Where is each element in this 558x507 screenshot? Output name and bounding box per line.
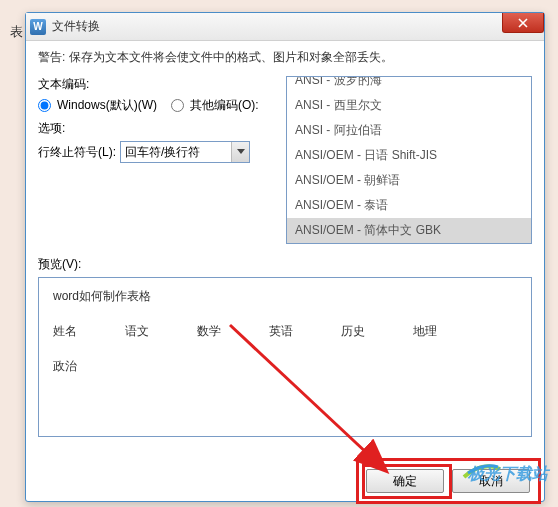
preview-title-text: word如何制作表格 bbox=[53, 288, 517, 305]
titlebar: W 文件转换 bbox=[26, 13, 544, 41]
preview-label: 预览(V): bbox=[38, 256, 532, 273]
file-conversion-dialog: W 文件转换 警告: 保存为文本文件将会使文件中的格式、图片和对象全部丢失。 文… bbox=[25, 12, 545, 502]
options-label: 选项: bbox=[38, 120, 278, 137]
encoding-option[interactable]: ANSI - 西里尔文 bbox=[287, 93, 531, 118]
encoding-label: 文本编码: bbox=[38, 76, 278, 93]
preview-header-cell: 姓名 bbox=[53, 323, 77, 340]
encoding-listbox[interactable]: ANSI - 拉丁语 IANSI - 波罗的海ANSI - 西里尔文ANSI -… bbox=[286, 76, 532, 244]
watermark-text: 极光下载站 bbox=[468, 464, 548, 485]
word-icon: W bbox=[30, 19, 46, 35]
radio-windows-default[interactable] bbox=[38, 99, 51, 112]
close-icon bbox=[518, 18, 528, 28]
encoding-option[interactable]: ANSI/OEM - 朝鲜语 bbox=[287, 168, 531, 193]
preview-header-cell: 英语 bbox=[269, 323, 293, 340]
preview-row-2: 政治 bbox=[53, 358, 517, 375]
warning-text: 警告: 保存为文本文件将会使文件中的格式、图片和对象全部丢失。 bbox=[38, 49, 532, 66]
background-text: 表 bbox=[10, 23, 23, 41]
encoding-option[interactable]: ANSI/OEM - 泰语 bbox=[287, 193, 531, 218]
preview-header-row: 姓名语文数学英语历史地理 bbox=[53, 323, 517, 340]
chevron-down-icon bbox=[237, 149, 245, 155]
dialog-body: 警告: 保存为文本文件将会使文件中的格式、图片和对象全部丢失。 文本编码: Wi… bbox=[26, 41, 544, 445]
dropdown-arrow bbox=[231, 142, 249, 162]
line-ending-label: 行终止符号(L): bbox=[38, 144, 116, 161]
radio-windows-label: Windows(默认)(W) bbox=[57, 97, 157, 114]
ok-button[interactable]: 确定 bbox=[366, 469, 444, 493]
preview-cell: 政治 bbox=[53, 358, 77, 375]
preview-box: word如何制作表格 姓名语文数学英语历史地理 政治 bbox=[38, 277, 532, 437]
close-button[interactable] bbox=[502, 13, 544, 33]
encoding-option[interactable]: ANSI/OEM - 简体中文 GBK bbox=[287, 218, 531, 243]
preview-header-cell: 历史 bbox=[341, 323, 365, 340]
line-ending-dropdown[interactable]: 回车符/换行符 bbox=[120, 141, 250, 163]
preview-header-cell: 地理 bbox=[413, 323, 437, 340]
encoding-option[interactable]: ANSI - 波罗的海 bbox=[287, 76, 531, 93]
line-ending-value: 回车符/换行符 bbox=[125, 144, 200, 161]
preview-header-cell: 数学 bbox=[197, 323, 221, 340]
radio-other-encoding[interactable] bbox=[171, 99, 184, 112]
dialog-title: 文件转换 bbox=[52, 18, 100, 35]
encoding-option[interactable]: ANSI/OEM - 日语 Shift-JIS bbox=[287, 143, 531, 168]
preview-header-cell: 语文 bbox=[125, 323, 149, 340]
radio-other-label: 其他编码(O): bbox=[190, 97, 259, 114]
encoding-option[interactable]: ANSI - 阿拉伯语 bbox=[287, 118, 531, 143]
